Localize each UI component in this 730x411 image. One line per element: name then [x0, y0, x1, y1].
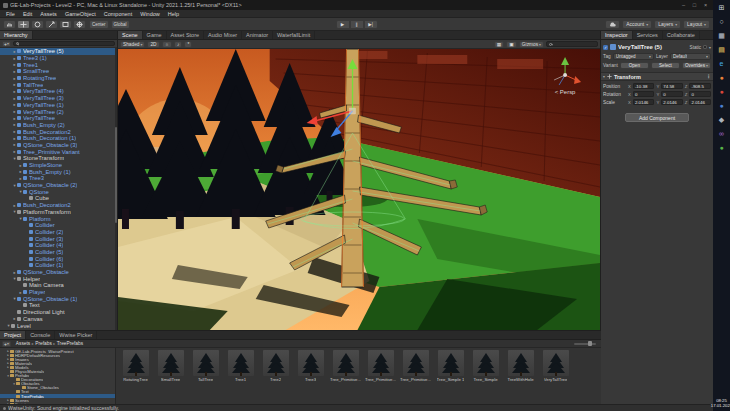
asset-item[interactable]: Tree_Simple — [469, 350, 502, 382]
scene-search-input[interactable] — [554, 42, 595, 47]
hierarchy-row[interactable]: ▸ Bush_Empty (2) — [0, 122, 117, 129]
hierarchy-row[interactable]: ▸ TallTree — [0, 81, 117, 88]
tab[interactable]: Asset Store — [167, 31, 204, 39]
menu-item[interactable]: Component — [100, 10, 136, 18]
rotate-tool[interactable] — [31, 20, 44, 29]
layout-dropdown[interactable]: Layout▾ — [683, 20, 710, 29]
hierarchy-row[interactable]: ▸ QStone_Obstacle (3) — [0, 142, 117, 149]
asset-item[interactable]: Tree1 — [224, 350, 257, 382]
effects-toggle-icon[interactable]: * — [184, 41, 192, 48]
hierarchy-row[interactable]: Directional Light — [0, 309, 117, 316]
hierarchy-row[interactable]: ▸ RotatingTree — [0, 75, 117, 82]
z-value-field[interactable]: 0 — [689, 91, 711, 97]
asset-item[interactable]: Tree_Simple 1 — [434, 350, 467, 382]
asset-item[interactable]: RotatingTree — [119, 350, 152, 382]
hierarchy-row[interactable]: ▾ StoneTransform — [0, 155, 117, 162]
thumbnail-size-slider[interactable] — [574, 343, 596, 345]
breadcrumb-item[interactable]: Assets — [13, 341, 30, 346]
add-component-button[interactable]: Add Component — [625, 113, 689, 122]
edge-browser-icon[interactable]: e — [715, 57, 728, 70]
hierarchy-row[interactable]: ▾ Helper — [0, 275, 117, 282]
hierarchy-row[interactable]: ▾ QStone — [0, 188, 117, 195]
tab[interactable]: Services — [633, 31, 663, 39]
active-checkbox[interactable]: ✓ — [603, 45, 608, 50]
asset-thumbnail[interactable] — [263, 350, 289, 376]
hierarchy-row[interactable]: ▸ VeryTallTree (3) — [0, 95, 117, 102]
hierarchy-row[interactable]: ▸ VeryTallTree (1) — [0, 102, 117, 109]
asset-thumbnail[interactable] — [473, 350, 499, 376]
hierarchy-row[interactable]: Main Camera — [0, 282, 117, 289]
menu-item[interactable]: Window — [136, 10, 164, 18]
hierarchy-row[interactable]: ▸ Player — [0, 289, 117, 296]
asset-thumbnail[interactable] — [438, 350, 464, 376]
pause-button[interactable]: ∥ — [350, 20, 364, 29]
asset-item[interactable]: Tree_Primitive... — [329, 350, 362, 382]
asset-thumbnail[interactable] — [298, 350, 324, 376]
prefab-overrides-button[interactable]: Overrides▾ — [682, 62, 711, 69]
asset-item[interactable]: TallTree — [189, 350, 222, 382]
hierarchy-row[interactable]: ▾ Platform — [0, 215, 117, 222]
asset-item[interactable]: Tree2 — [259, 350, 292, 382]
foldout-arrow-icon[interactable]: ▾ — [603, 74, 605, 79]
component-menu-icon[interactable]: ⋮ — [706, 74, 711, 79]
hierarchy-row[interactable]: Collider (2) — [0, 229, 117, 236]
app-red-icon[interactable]: ● — [715, 85, 728, 98]
hierarchy-search-input[interactable] — [21, 42, 112, 46]
prefab-select-button[interactable]: Select — [651, 62, 680, 69]
asset-thumbnail[interactable] — [333, 350, 359, 376]
maximize-button[interactable]: □ — [690, 2, 699, 8]
asset-item[interactable]: Tree_Primitive... — [399, 350, 432, 382]
gizmos-dropdown[interactable]: Gizmos▾ — [519, 41, 544, 48]
y-value-field[interactable]: 0 — [661, 91, 683, 97]
hierarchy-row[interactable]: ▸ SimpleStone — [0, 162, 117, 169]
file-explorer-icon[interactable]: ▤ — [715, 43, 728, 56]
cloud-collab-button[interactable] — [605, 20, 620, 29]
asset-thumbnail[interactable] — [508, 350, 534, 376]
hierarchy-row[interactable]: ▸ VeryTallTree (2) — [0, 108, 117, 115]
task-view-icon[interactable]: ▦ — [715, 29, 728, 42]
search-icon[interactable]: ○ — [715, 15, 728, 28]
scene-search[interactable] — [546, 41, 598, 47]
asset-item[interactable]: Tree3 — [294, 350, 327, 382]
hand-tool[interactable] — [3, 20, 16, 29]
hierarchy-row[interactable]: ▸ Bush_Decoration2 — [0, 128, 117, 135]
rect-tool[interactable] — [59, 20, 72, 29]
hierarchy-row[interactable]: ▸ QStone_Obstacle — [0, 269, 117, 276]
asset-thumbnail[interactable] — [228, 350, 254, 376]
minimize-button[interactable]: – — [679, 2, 688, 8]
asset-item[interactable]: Tree_Primitive... — [364, 350, 397, 382]
asset-thumbnail[interactable] — [368, 350, 394, 376]
z-value-field[interactable]: 2.0146 — [689, 99, 711, 105]
scale-tool[interactable] — [45, 20, 58, 29]
hierarchy-row[interactable]: ▾ QStone_Obstacle (1) — [0, 295, 117, 302]
shading-mode-dropdown[interactable]: Shaded▾ — [120, 41, 145, 48]
hierarchy-row[interactable]: ▸ Bush_Empty (1) — [0, 168, 117, 175]
hierarchy-row[interactable]: ▸ Bush_Decoration (1) — [0, 135, 117, 142]
hierarchy-row[interactable]: Collider (3) — [0, 235, 117, 242]
hierarchy-row[interactable]: Text — [0, 302, 117, 309]
static-checkbox[interactable] — [703, 45, 707, 49]
y-value-field[interactable]: 2.0146 — [661, 99, 683, 105]
close-button[interactable]: × — [701, 2, 710, 8]
2d-toggle[interactable]: 2D — [147, 41, 159, 48]
hierarchy-row[interactable]: ▾ PlatformTransform — [0, 209, 117, 216]
tab[interactable]: Collaborate — [663, 31, 700, 39]
transform-tool[interactable] — [73, 20, 86, 29]
x-value-field[interactable]: 2.0146 — [633, 99, 655, 105]
y-value-field[interactable]: 74.58 — [661, 83, 683, 89]
hierarchy-row[interactable]: Cube — [0, 195, 117, 202]
lighting-toggle-icon[interactable]: ☼ — [162, 41, 172, 48]
app-green-icon[interactable]: ● — [715, 141, 728, 154]
camera-settings-icon[interactable]: ▣ — [506, 41, 517, 48]
hierarchy-row[interactable]: ▸ Tree1 — [0, 61, 117, 68]
asset-thumbnail[interactable] — [123, 350, 149, 376]
asset-thumbnail[interactable] — [158, 350, 184, 376]
tab-hierarchy[interactable]: Hierarchy — [0, 31, 33, 39]
x-value-field[interactable]: -10.38 — [633, 83, 655, 89]
hierarchy-row[interactable]: ▸ VeryTallTree (4) — [0, 88, 117, 95]
transform-component-header[interactable]: ▾ Transform ⋮ — [601, 72, 713, 81]
tab[interactable]: Scene — [118, 31, 143, 39]
layer-dropdown[interactable]: Default▾ — [670, 53, 711, 60]
tab[interactable]: WaterfallLimit — [273, 31, 315, 39]
layers-dropdown[interactable]: Layers▾ — [654, 20, 681, 29]
